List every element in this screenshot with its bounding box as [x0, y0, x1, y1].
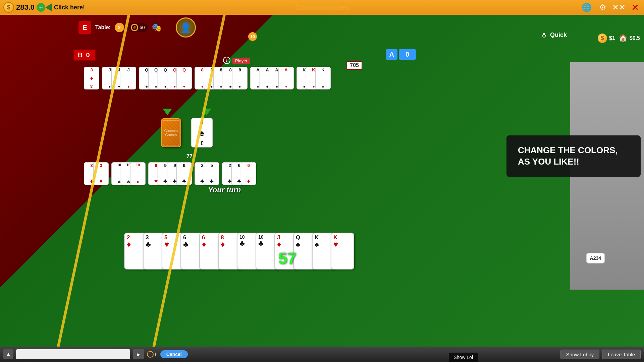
card-set-9999: 9 ♥ 9 ♣ 9 ♣ 9 ♣ [148, 162, 192, 185]
score-705-badge: 705 [346, 61, 362, 70]
score-b-label: B [78, 51, 83, 59]
score-57: 57 [278, 249, 296, 267]
card-q5[interactable]: Q ♥ [176, 67, 192, 89]
card-set-jjj: J ♠ J ♥ J ♦ [102, 67, 136, 89]
close-button[interactable]: ✕ [629, 2, 641, 13]
game-table: E Table: 2 ⏱ 60 🎭 👤 10 $ $1 🏠 $0.5 Quick… [0, 15, 644, 347]
bottom-bar: ▲ ▶ II Cancel Show Lobby Leave Table [0, 347, 644, 362]
language-button[interactable]: 🌐 [581, 2, 592, 13]
smiley-icon: 🎭 [152, 23, 162, 32]
info-icon[interactable]: i [223, 57, 230, 64]
fullscreen-button[interactable]: ✕✕ [613, 2, 625, 13]
table-info-bar: E Table: 2 ⏱ 60 🎭 👤 [74, 15, 201, 40]
card-set-101010: 10 ♣ 10 ♣ 10 ♦ [111, 162, 146, 185]
dollar-score-item: $ $1 [598, 34, 615, 43]
tooltip-box: CHANGE THE COLORS, AS YOU LIKE!! [506, 135, 641, 177]
timer-bottom: II [147, 351, 158, 358]
score-box-a: A 0 [386, 49, 416, 60]
score-box-b: B 0 [73, 49, 96, 61]
card-set-266: 2 ♣ 6 ♣ 6 ♦ [222, 162, 256, 185]
card-a4[interactable]: A ♦ [278, 67, 294, 89]
player-count-badge: 2 [115, 23, 124, 32]
player-name-badge: Player [232, 58, 250, 64]
badge-10: 10 [248, 32, 257, 41]
a234-badge: A234 [586, 253, 605, 263]
house-score-item: 🏠 $0.5 [619, 34, 640, 43]
play-area: ConectaGames J ♠ J [161, 109, 213, 147]
house-icon: 🏠 [619, 34, 628, 43]
score-a-label-box: A [386, 49, 397, 60]
score-a-value-box: 0 [399, 49, 416, 60]
card-set-aaa: A ♠ A ♣ A ♣ A ♦ [250, 67, 294, 89]
your-turn-text: Your turn [208, 186, 241, 194]
right-scores: $ $1 🏠 $0.5 [594, 32, 644, 45]
dollar-score-value: $1 [609, 35, 615, 41]
tooltip-text: CHANGE THE COLORS, AS YOU LIKE!! [518, 145, 629, 168]
top-right-icons: 🌐 ⚙ ✕✕ ✕ [581, 2, 641, 13]
card-5-1[interactable]: 5 ♣ [204, 162, 219, 185]
score-coin-icon: $ [598, 34, 607, 43]
card-set-qqqqq: Q ♣ Q ♣ Q ♠ Q ♦ Q ♥ [139, 67, 192, 89]
card-set-25: 2 ♣ 5 ♣ [195, 162, 219, 185]
arrow-left-icon [45, 3, 52, 11]
logo-games: Games [324, 3, 349, 11]
card-j3[interactable]: J ♦ [121, 67, 136, 89]
timer-bottom-icon [147, 351, 154, 358]
table-label: Table: [95, 24, 111, 31]
quick-arrows-icon [541, 32, 547, 39]
add-balance-button[interactable]: + [37, 3, 45, 12]
timer-icon: ⏱ [131, 24, 138, 31]
show-lol-button[interactable]: Show Lol [449, 353, 478, 362]
score-77: 77 [186, 154, 193, 160]
coin-icon: $ [3, 2, 14, 13]
player-avatar: 👤 [176, 17, 196, 38]
card-k3[interactable]: K ♠ [315, 67, 331, 89]
hand-card-kh[interactable]: K ♥ [331, 233, 354, 269]
coin-area: $ 283.0 + [3, 2, 45, 13]
card-10-3[interactable]: 10 ♦ [130, 162, 146, 185]
show-lobby-button[interactable]: Show Lobby [560, 350, 600, 359]
quick-label: Quick [550, 32, 567, 39]
card-set-kkk: K ♠ K ♥ K ♠ [297, 67, 331, 89]
timer-badge: ⏱ 60 [128, 23, 148, 32]
send-button[interactable]: ▶ [133, 349, 144, 359]
bottom-cards-row: 3 ♦ 3 ♦ 10 ♣ 10 ♣ 10 ♦ [84, 162, 256, 185]
balance-display: 283.0 [16, 3, 35, 12]
card-8-5[interactable]: 8 ♠ [232, 67, 248, 89]
top-bar: $ 283.0 + Click here! ConectaGames 🌐 ⚙ ✕… [0, 0, 644, 15]
svg-point-0 [543, 35, 545, 37]
card-3-diamonds[interactable]: 3 ♦ 3 [84, 67, 99, 89]
leave-table-button[interactable]: Leave Table [602, 350, 641, 359]
quick-button-area[interactable]: Quick [541, 32, 567, 39]
settings-button[interactable]: ⚙ [597, 2, 608, 13]
cancel-button[interactable]: Cancel [160, 350, 188, 358]
card-set-88888: 8 ♦ 8 ♠ 8 ♣ 8 ♣ 8 ♠ [195, 67, 248, 89]
click-here-button[interactable]: Click here! [45, 3, 85, 11]
arrow-down-deck [163, 109, 172, 115]
card-back-inner: ConectaGames [163, 120, 179, 145]
card-deck[interactable]: ConectaGames [161, 118, 181, 147]
card-6-2[interactable]: 6 ♦ [241, 162, 256, 185]
house-score-value: $0.5 [630, 35, 640, 41]
score-b-value: 0 [86, 51, 90, 59]
chevron-up-button[interactable]: ▲ [3, 349, 13, 359]
logo: ConectaGames [295, 3, 349, 12]
player-e-badge: E [78, 21, 91, 34]
player-hand: 2 ♦ 3 ♣ 5 ♥ 6 ♣ 6 ♦ 8 ♦ 10 ♣ 10 ♣ [124, 233, 354, 269]
top-cards-row: 3 ♦ 3 J ♠ J ♥ J ♦ Q ♣ Q [84, 67, 331, 89]
chat-input[interactable] [16, 349, 130, 359]
